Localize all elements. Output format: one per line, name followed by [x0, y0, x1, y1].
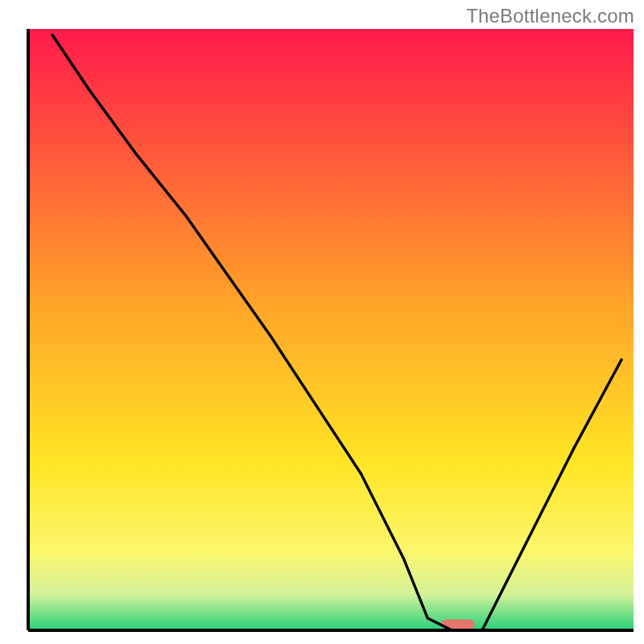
bottleneck-chart: TheBottleneck.com — [0, 0, 644, 644]
watermark-text: TheBottleneck.com — [466, 5, 634, 27]
plot-area — [28, 29, 634, 630]
gradient-rect — [28, 29, 634, 630]
chart-svg — [0, 0, 644, 644]
